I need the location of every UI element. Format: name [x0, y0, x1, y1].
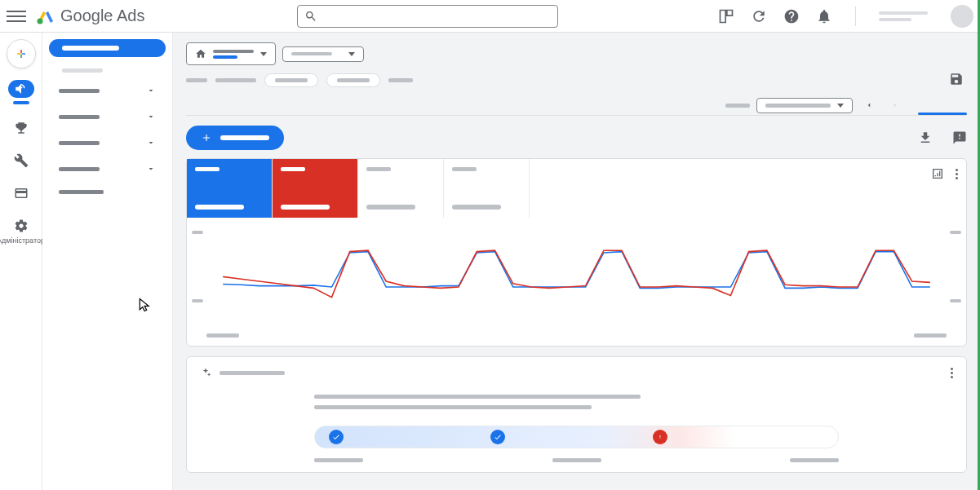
- sidebar-item-1[interactable]: [49, 77, 166, 104]
- chevron-down-icon: [348, 52, 355, 56]
- line-chart: [206, 231, 947, 320]
- progress-step-complete: [490, 430, 505, 444]
- date-range-selector[interactable]: [756, 98, 853, 113]
- account-switcher[interactable]: [879, 11, 928, 21]
- rail-admin[interactable]: Адміністратор: [7, 214, 36, 248]
- menu-icon[interactable]: [7, 7, 26, 26]
- filter-chip[interactable]: [264, 73, 318, 87]
- action-row: [186, 126, 967, 150]
- performance-chart-card: [186, 158, 967, 347]
- metric-tab-3[interactable]: [358, 159, 444, 218]
- chevron-down-icon: [146, 86, 156, 95]
- active-tab-indicator: [918, 113, 967, 115]
- home-icon: [195, 48, 206, 60]
- rec-title: [220, 371, 285, 375]
- progress-labels: [314, 458, 839, 462]
- refresh-icon[interactable]: [751, 8, 767, 24]
- rec-description: [314, 395, 839, 409]
- sidebar-item-3[interactable]: [49, 130, 166, 156]
- rail-goals[interactable]: [7, 116, 36, 140]
- save-icon[interactable]: [949, 72, 964, 86]
- app-header: Google Ads: [0, 0, 980, 33]
- chevron-down-icon: [146, 138, 156, 148]
- product-logo[interactable]: Google Ads: [36, 7, 144, 26]
- product-name: Google Ads: [60, 7, 144, 25]
- create-button[interactable]: [7, 39, 36, 68]
- y-axis-tick: [950, 231, 961, 234]
- search-input[interactable]: [297, 5, 558, 28]
- chart-menu-icon[interactable]: [956, 169, 958, 179]
- recommendation-card: [186, 356, 967, 473]
- sparkle-icon: [200, 367, 211, 378]
- metric-tab-4[interactable]: [444, 159, 530, 218]
- breadcrumb-item[interactable]: [186, 78, 207, 82]
- progress-step-warning: [653, 430, 667, 444]
- next-period-button[interactable]: [885, 95, 905, 115]
- main-content: [173, 33, 980, 490]
- toolbar-row: [186, 95, 967, 116]
- divider: [855, 7, 856, 26]
- download-icon[interactable]: [918, 130, 933, 145]
- card-icon: [14, 186, 29, 201]
- sidebar-overview-pill[interactable]: [49, 39, 166, 57]
- rail-tools[interactable]: [7, 148, 36, 173]
- help-icon[interactable]: [783, 8, 800, 24]
- breadcrumb-item[interactable]: [388, 78, 413, 82]
- filter-chip[interactable]: [326, 73, 380, 87]
- sidebar-item-4[interactable]: [49, 156, 166, 182]
- plus-icon: [201, 132, 212, 143]
- search-icon: [304, 10, 317, 23]
- google-ads-logo-icon: [36, 7, 55, 26]
- appearance-icon[interactable]: [718, 8, 734, 24]
- prev-period-button[interactable]: [859, 95, 879, 115]
- svg-point-0: [38, 18, 43, 24]
- chevron-down-icon: [837, 104, 844, 108]
- tools-icon: [14, 153, 29, 168]
- chart-x-axis: [187, 330, 966, 346]
- campaign-selector[interactable]: [282, 46, 364, 62]
- metric-tabs: [187, 159, 966, 218]
- breadcrumb-row: [186, 73, 967, 87]
- campaign-progress-bar: [314, 426, 839, 448]
- rail-campaigns[interactable]: [7, 77, 36, 108]
- metric-tab-2[interactable]: [273, 159, 358, 218]
- rec-menu-icon[interactable]: [951, 368, 953, 378]
- feedback-icon[interactable]: [952, 130, 967, 145]
- avatar[interactable]: [951, 5, 973, 28]
- y-axis-tick: [950, 299, 961, 302]
- megaphone-icon: [14, 82, 29, 96]
- sidebar-sub-item[interactable]: [49, 64, 166, 77]
- gear-icon: [14, 219, 29, 233]
- y-axis-tick: [192, 231, 203, 234]
- plus-icon: [13, 46, 29, 62]
- rail-admin-label: Адміністратор: [0, 236, 45, 245]
- sidebar-item-5[interactable]: [49, 182, 166, 202]
- metric-tab-1[interactable]: [187, 159, 273, 218]
- y-axis-tick: [192, 299, 203, 302]
- sidebar-item-2[interactable]: [49, 104, 166, 130]
- search-field[interactable]: [324, 10, 551, 22]
- left-rail: Адміністратор: [0, 33, 42, 490]
- breadcrumb-item[interactable]: [215, 78, 256, 82]
- chart-area: [187, 218, 966, 330]
- account-selector[interactable]: [186, 42, 276, 65]
- sidebar: [42, 33, 173, 490]
- expand-chart-icon[interactable]: [931, 167, 944, 180]
- notifications-icon[interactable]: [816, 8, 832, 24]
- chevron-down-icon: [260, 52, 267, 56]
- trophy-icon: [14, 121, 29, 135]
- new-campaign-button[interactable]: [186, 126, 284, 150]
- view-label: [725, 104, 750, 108]
- chevron-down-icon: [146, 164, 156, 174]
- rail-billing[interactable]: [7, 181, 36, 205]
- scope-selectors: [186, 42, 967, 65]
- progress-step-complete: [329, 430, 344, 444]
- chevron-down-icon: [146, 112, 156, 121]
